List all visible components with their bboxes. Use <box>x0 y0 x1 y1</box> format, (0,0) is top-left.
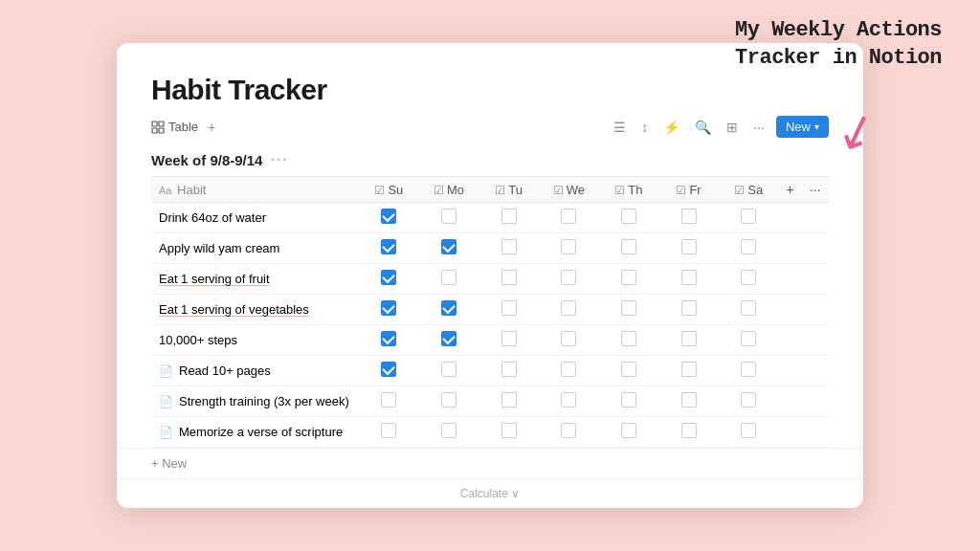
checkbox[interactable] <box>741 239 756 254</box>
checkbox[interactable] <box>441 239 457 254</box>
checkbox-cell-th <box>599 386 659 417</box>
checkbox-cell-tu <box>479 417 539 448</box>
checkbox[interactable] <box>501 331 517 346</box>
checkbox-cell-su <box>359 386 419 417</box>
search-button[interactable]: 🔍 <box>691 118 715 137</box>
col-tu: ☑Tu <box>479 177 539 203</box>
checkbox[interactable] <box>561 239 576 254</box>
checkbox[interactable] <box>681 392 697 408</box>
checkbox[interactable] <box>381 392 396 408</box>
new-button[interactable]: New ▾ <box>776 116 829 138</box>
table-row: Eat 1 serving of fruit <box>151 264 829 295</box>
checkbox-cell-sa <box>719 264 779 295</box>
checkbox[interactable] <box>681 331 697 346</box>
checkbox[interactable] <box>621 423 636 438</box>
group-button[interactable]: ⊞ <box>723 118 742 137</box>
checkbox[interactable] <box>441 423 457 438</box>
col-sa: ☑Sa <box>719 177 779 203</box>
checkbox[interactable] <box>681 209 697 224</box>
row-dots <box>802 203 829 233</box>
more-button[interactable]: ··· <box>749 118 768 137</box>
row-plus <box>779 203 802 233</box>
checkbox[interactable] <box>381 331 396 346</box>
row-plus <box>779 386 802 417</box>
add-view-button[interactable]: + <box>204 118 219 137</box>
checkbox-cell-fr <box>658 264 719 295</box>
checkbox[interactable] <box>741 300 756 316</box>
checkbox[interactable] <box>741 331 756 346</box>
checkbox[interactable] <box>621 392 636 408</box>
habit-name-cell: Drink 64oz of water <box>151 203 359 233</box>
lightning-button[interactable]: ⚡ <box>659 118 683 137</box>
checkbox-cell-tu <box>479 233 539 264</box>
table-view-icon[interactable]: Table <box>151 120 198 134</box>
checkbox[interactable] <box>501 423 517 438</box>
toolbar-left: Table + <box>151 118 602 137</box>
checkbox[interactable] <box>621 331 636 346</box>
page-icon: 📄 <box>159 426 173 439</box>
checkbox[interactable] <box>501 270 517 285</box>
filter-button[interactable]: ☰ <box>610 118 630 137</box>
row-dots <box>802 356 829 386</box>
calculate-bar[interactable]: Calculate ∨ <box>117 478 863 508</box>
checkbox[interactable] <box>501 239 517 254</box>
checkbox[interactable] <box>561 331 576 346</box>
checkbox-cell-we <box>539 356 599 386</box>
col-add[interactable]: + <box>779 177 802 203</box>
sort-button[interactable]: ↕ <box>637 118 652 137</box>
checkbox[interactable] <box>681 423 697 438</box>
checkbox[interactable] <box>561 300 576 316</box>
checkbox[interactable] <box>381 362 396 377</box>
checkbox[interactable] <box>441 392 457 408</box>
checkbox[interactable] <box>441 362 457 377</box>
checkbox[interactable] <box>741 270 756 285</box>
checkbox[interactable] <box>621 300 636 316</box>
checkbox[interactable] <box>381 239 396 254</box>
checkbox[interactable] <box>441 270 457 285</box>
checkbox[interactable] <box>741 423 756 438</box>
checkbox[interactable] <box>681 300 697 316</box>
checkbox-cell-sa <box>719 386 779 417</box>
checkbox[interactable] <box>561 392 576 408</box>
add-new-row[interactable]: + New <box>117 448 863 478</box>
checkbox[interactable] <box>621 270 636 285</box>
checkbox[interactable] <box>381 270 396 285</box>
checkbox-cell-mo <box>419 203 479 233</box>
checkbox[interactable] <box>681 239 697 254</box>
checkbox[interactable] <box>561 209 576 224</box>
checkbox[interactable] <box>741 209 756 224</box>
checkbox[interactable] <box>681 270 697 285</box>
checkbox-cell-fr <box>658 356 719 386</box>
checkbox[interactable] <box>741 362 756 377</box>
checkbox[interactable] <box>741 392 756 408</box>
checkbox-cell-mo <box>419 356 479 386</box>
checkbox-cell-su <box>359 417 419 448</box>
checkbox-cell-th <box>599 325 659 356</box>
checkbox-cell-th <box>599 233 659 264</box>
checkbox-cell-fr <box>658 203 719 233</box>
habit-table: Aa Habit ☑Su ☑Mo ☑Tu ☑We <box>151 176 829 448</box>
checkbox[interactable] <box>561 362 576 377</box>
checkbox[interactable] <box>501 362 517 377</box>
checkbox[interactable] <box>621 239 636 254</box>
section-dots[interactable]: ··· <box>270 151 288 168</box>
checkbox[interactable] <box>381 300 396 316</box>
checkbox[interactable] <box>441 300 457 316</box>
checkbox[interactable] <box>501 300 517 316</box>
checkbox[interactable] <box>561 423 576 438</box>
checkbox-cell-we <box>539 417 599 448</box>
habit-name: Strength training (3x per week) <box>179 394 349 408</box>
col-more[interactable]: ··· <box>802 177 829 203</box>
checkbox[interactable] <box>681 362 697 377</box>
checkbox[interactable] <box>381 423 396 438</box>
checkbox[interactable] <box>441 331 457 346</box>
checkbox[interactable] <box>501 209 517 224</box>
checkbox[interactable] <box>621 209 636 224</box>
checkbox[interactable] <box>381 209 396 224</box>
checkbox[interactable] <box>501 392 517 408</box>
checkbox[interactable] <box>561 270 576 285</box>
checkbox-cell-th <box>599 264 659 295</box>
checkbox[interactable] <box>621 362 636 377</box>
checkbox-cell-sa <box>719 203 779 233</box>
checkbox[interactable] <box>441 209 457 224</box>
